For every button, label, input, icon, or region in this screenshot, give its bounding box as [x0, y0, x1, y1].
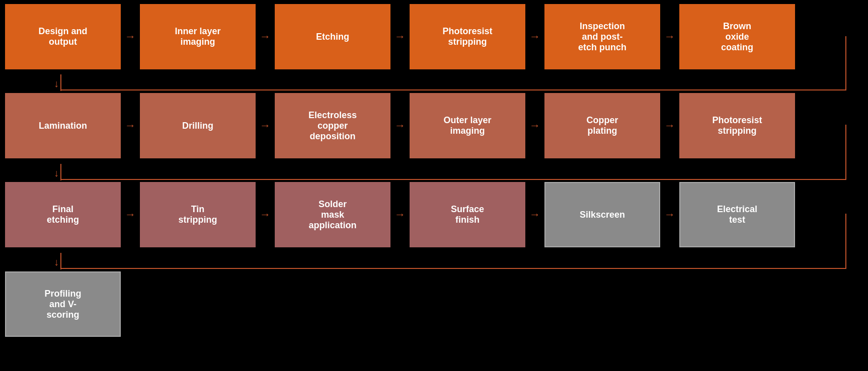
box-label: Drilling — [182, 121, 213, 131]
vline-r1-left — [60, 74, 61, 91]
box-label: Photoresiststripping — [712, 115, 762, 136]
box-electrical-test: Electricaltest — [679, 182, 795, 247]
box-solder-mask: Soldermaskapplication — [275, 182, 390, 247]
arrow-2-3: → — [256, 30, 275, 43]
down-arrow-r2: ↓ — [54, 167, 59, 179]
arrow-4-5: → — [525, 30, 544, 43]
box-surface-finish: Surfacefinish — [410, 182, 525, 247]
box-etching: Etching — [275, 4, 390, 69]
box-photoresist-1: Photoresiststripping — [410, 4, 525, 69]
hline-r3-bottom — [60, 268, 846, 269]
box-final-etching: Finaletching — [5, 182, 121, 247]
box-tin-stripping: Tinstripping — [140, 182, 256, 247]
box-label: Design andoutput — [38, 26, 87, 47]
arrow-r2-4-5: → — [525, 119, 544, 132]
box-outer-layer: Outer layerimaging — [410, 93, 525, 158]
arrow-r3-2-3: → — [256, 208, 275, 221]
arrow-5-6: → — [660, 30, 679, 43]
box-electroless: Electrolesscopperdeposition — [275, 93, 390, 158]
box-lamination: Lamination — [5, 93, 121, 158]
hline-r1-bottom — [60, 89, 846, 90]
vline-r1-right — [845, 36, 846, 90]
arrow-r3-1-2: → — [121, 208, 140, 221]
arrow-1-2: → — [121, 30, 140, 43]
arrow-r3-4-5: → — [525, 208, 544, 221]
box-label: Outer layerimaging — [443, 115, 491, 136]
hline-r2-bottom — [60, 179, 846, 180]
box-copper-plating: Copperplating — [544, 93, 660, 158]
box-label: Photoresiststripping — [442, 26, 492, 47]
arrow-r3-5-6: → — [660, 208, 679, 221]
vline-r3-right — [845, 214, 846, 269]
arrow-r2-1-2: → — [121, 119, 140, 132]
box-photoresist-2: Photoresiststripping — [679, 93, 795, 158]
box-label: Copperplating — [587, 115, 618, 136]
arrow-r2-2-3: → — [256, 119, 275, 132]
box-label: Etching — [316, 32, 349, 42]
box-label: Silkscreen — [580, 210, 625, 220]
down-arrow-r3: ↓ — [54, 256, 59, 268]
vline-r2-right — [845, 125, 846, 180]
box-label: Inner layerimaging — [175, 26, 220, 47]
down-arrow-r1: ↓ — [54, 78, 59, 89]
box-label: Surfacefinish — [451, 204, 484, 225]
box-label: Electricaltest — [717, 204, 757, 225]
box-brown-oxide: Brownoxidecoating — [679, 4, 795, 69]
box-label: Profilingand V-scoring — [45, 289, 82, 320]
box-design-output: Design andoutput — [5, 4, 121, 69]
box-label: Electrolesscopperdeposition — [308, 110, 357, 142]
vline-r3-left — [60, 253, 61, 269]
arrow-r3-3-4: → — [390, 208, 410, 221]
box-drilling: Drilling — [140, 93, 256, 158]
box-label: Soldermaskapplication — [308, 199, 356, 231]
arrow-r2-5-6: → — [660, 119, 679, 132]
diagram-container: Design andoutput → Inner layerimaging → … — [0, 0, 868, 371]
arrow-3-4: → — [390, 30, 410, 43]
box-label: Brownoxidecoating — [721, 21, 753, 53]
arrow-r2-3-4: → — [390, 119, 410, 132]
box-silkscreen: Silkscreen — [544, 182, 660, 247]
box-label: Inspectionand post-etch punch — [578, 21, 626, 53]
vline-r2-left — [60, 164, 61, 180]
box-inner-layer: Inner layerimaging — [140, 4, 256, 69]
box-inspection: Inspectionand post-etch punch — [544, 4, 660, 69]
box-label: Tinstripping — [179, 204, 217, 225]
box-label: Lamination — [39, 121, 87, 131]
box-profiling: Profilingand V-scoring — [5, 271, 121, 337]
box-label: Finaletching — [47, 204, 79, 225]
